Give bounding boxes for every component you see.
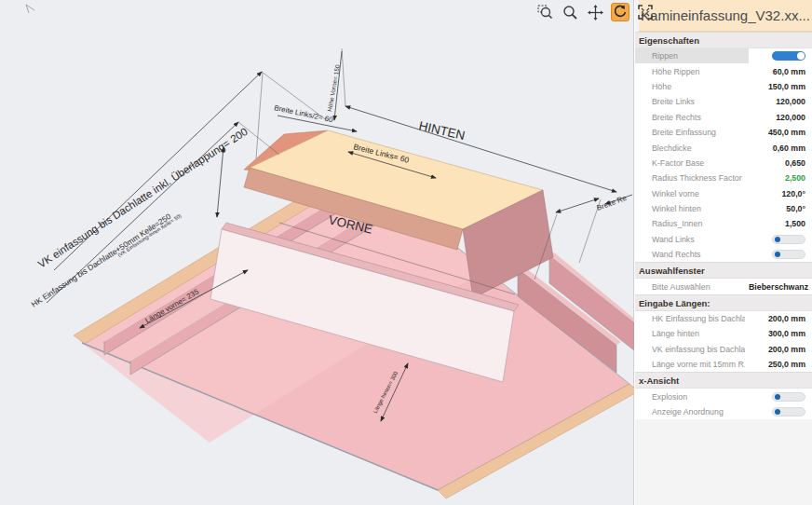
property-label-cell: Breite Links — [635, 94, 749, 109]
property-label-cell: Höhe — [635, 79, 749, 94]
property-value[interactable]: 200,0 mm — [749, 345, 812, 354]
property-label-cell: Blechdicke — [635, 140, 749, 155]
property-label: Wand Links — [635, 235, 745, 244]
property-label: Breite Rechts — [635, 113, 745, 122]
property-label-cell: HK Einfassung bis Dachla... — [635, 311, 749, 326]
property-label-cell: Winkel hinten — [635, 201, 749, 216]
property-row: Radius Thickness Factor2,500 — [635, 171, 812, 185]
property-row: Wand Rechts — [635, 247, 812, 262]
property-label: Winkel vorne — [635, 189, 745, 198]
3d-viewport[interactable]: VK einfassung bis Dachlatte inkl. Überla… — [0, 0, 634, 505]
property-value[interactable]: 200,0 mm — [749, 314, 812, 323]
property-label-cell: Winkel vorne — [635, 186, 749, 201]
property-label: Radius_Innen — [635, 219, 745, 228]
properties-panel: Kamineinfassung_V32.xx... EigenschaftenR… — [635, 0, 812, 505]
property-label: Bitte Auswählen — [635, 282, 745, 292]
property-label: Explosion — [635, 392, 745, 402]
property-label-cell: Länge vorne mit 15mm R... — [635, 357, 749, 372]
property-row: Höhe150,0 mm — [635, 79, 812, 94]
toggle-switch[interactable] — [772, 250, 805, 259]
property-label-cell: Radius Thickness Factor — [635, 171, 749, 185]
property-row: Radius_Innen1,500 — [635, 216, 812, 231]
model-title[interactable]: Kamineinfassung_V32.xx... — [639, 0, 812, 32]
zoom-icon[interactable] — [561, 3, 579, 21]
property-value[interactable]: 60,0 mm — [749, 67, 812, 76]
property-value[interactable]: 120,000 — [749, 97, 812, 106]
section-header[interactable]: Eigenschaften — [635, 32, 812, 48]
section-header[interactable]: Eingabe Längen: — [635, 294, 812, 311]
property-row: K-Factor Base0,650 — [635, 156, 812, 171]
property-label: VK einfassung bis Dachla... — [635, 345, 745, 354]
property-label-cell: Breite Einfassung — [635, 125, 749, 140]
section-header[interactable]: x-Ansicht — [635, 372, 812, 389]
property-row: Winkel hinten50,0° — [635, 201, 812, 216]
property-label: Winkel hinten — [635, 204, 745, 213]
cursor-artifact — [26, 5, 34, 13]
toggle-switch[interactable] — [772, 51, 805, 61]
rotate-icon[interactable] — [611, 3, 629, 21]
property-value[interactable]: 50,0° — [749, 204, 812, 213]
property-row: Breite Links120,000 — [635, 94, 812, 109]
toggle-switch[interactable] — [772, 235, 805, 244]
property-label: Wand Rechts — [635, 250, 745, 259]
label-breite-rechts-clipped: Breite Re — [596, 194, 629, 212]
properties-list: EigenschaftenRippenHöhe Rippen60,0 mmHöh… — [635, 32, 812, 419]
property-value[interactable]: 450,0 mm — [749, 128, 812, 137]
view-toolbar — [535, 2, 655, 22]
property-value[interactable]: 150,0 mm — [749, 82, 812, 91]
property-label-cell: Länge hinten — [635, 326, 749, 341]
property-row: Breite Rechts120,000 — [635, 110, 812, 125]
property-value[interactable]: 2,500 — [749, 173, 812, 183]
property-label: Breite Einfassung — [635, 128, 745, 137]
model-canvas: VK einfassung bis Dachlatte inkl. Überla… — [0, 0, 634, 505]
property-row: Bitte AuswählenBieberschwanz — [635, 279, 812, 293]
property-label: Blechdicke — [635, 143, 745, 153]
property-label-cell: Anzeige Anordnung — [635, 404, 749, 419]
property-row: Breite Einfassung450,0 mm — [635, 125, 812, 140]
property-value[interactable]: 1,500 — [749, 219, 812, 228]
property-row: Winkel vorne120,0° — [635, 186, 812, 201]
property-row: HK Einfassung bis Dachla...200,0 mm — [635, 311, 812, 326]
pan-icon[interactable] — [586, 3, 604, 21]
property-row: Anzeige Anordnung — [635, 404, 812, 419]
zoom-window-icon[interactable] — [535, 3, 554, 21]
property-label-cell: Rippen — [635, 48, 749, 63]
property-label: K-Factor Base — [635, 158, 745, 168]
label-hinten: HINTEN — [417, 118, 466, 143]
property-value[interactable]: 120,0° — [749, 189, 812, 198]
property-value[interactable]: 300,0 mm — [749, 329, 812, 338]
property-row: VK einfassung bis Dachla...200,0 mm — [635, 342, 812, 357]
property-value[interactable]: 0,650 — [749, 158, 812, 168]
property-row: Länge vorne mit 15mm R...250,0 mm — [635, 357, 812, 372]
property-value[interactable]: 250,0 mm — [749, 360, 812, 369]
label-breite-links-half: Breite Links/2= 60 — [274, 103, 334, 124]
property-label: Breite Links — [635, 97, 745, 106]
property-value[interactable]: 0,60 mm — [749, 143, 812, 153]
property-label-cell: Wand Links — [635, 232, 749, 247]
property-label-cell: K-Factor Base — [635, 156, 749, 171]
label-hoehe-vorne: Höhe Vorne= 150 — [326, 64, 341, 113]
property-label-cell: Radius_Innen — [635, 216, 749, 231]
property-value[interactable]: 120,000 — [749, 113, 812, 122]
property-row: Wand Links — [635, 232, 812, 247]
property-label: Radius Thickness Factor — [635, 173, 745, 183]
property-label: Länge hinten — [635, 329, 745, 338]
property-label: HK Einfassung bis Dachla... — [635, 314, 745, 323]
section-header[interactable]: Auswahlfenster — [635, 262, 812, 279]
property-label-cell: Explosion — [635, 389, 749, 403]
property-value[interactable]: Bieberschwanz — [749, 282, 812, 292]
toggle-switch[interactable] — [772, 407, 805, 416]
property-row: Blechdicke0,60 mm — [635, 140, 812, 155]
property-row: Explosion — [635, 389, 812, 403]
toggle-switch[interactable] — [772, 392, 805, 402]
property-label-cell: VK einfassung bis Dachla... — [635, 342, 749, 357]
property-label-cell: Breite Rechts — [635, 110, 749, 125]
fit-view-icon[interactable] — [636, 3, 655, 21]
property-label-cell: Wand Rechts — [635, 247, 749, 262]
property-label: Höhe Rippen — [635, 67, 745, 76]
property-row: Rippen — [635, 48, 812, 63]
property-row: Länge hinten300,0 mm — [635, 326, 812, 341]
property-label: Höhe — [635, 82, 745, 91]
property-row: Höhe Rippen60,0 mm — [635, 63, 812, 78]
property-label: Rippen — [635, 51, 745, 61]
